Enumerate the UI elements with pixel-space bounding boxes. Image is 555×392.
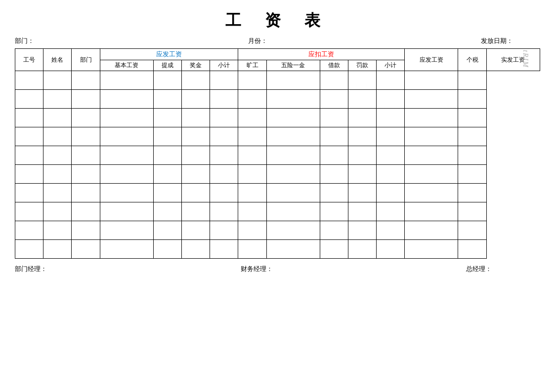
table-cell [377, 90, 405, 109]
table-cell [181, 90, 210, 109]
col-ticheng: 提成 [153, 60, 181, 71]
table-cell [181, 202, 210, 221]
table-cell [100, 221, 153, 240]
table-cell [320, 71, 348, 90]
table-cell [348, 109, 376, 127]
table-cell [458, 221, 486, 240]
col-shifa: 实发工资 [486, 49, 540, 71]
col-jiben: 基本工资 [100, 60, 153, 71]
table-row [15, 146, 540, 165]
table-cell [153, 221, 181, 240]
table-cell [458, 202, 486, 221]
general-manager-label: 总经理： [466, 265, 540, 274]
table-cell [72, 221, 100, 240]
table-cell [43, 146, 72, 165]
table-cell [348, 146, 376, 165]
table-cell [458, 71, 486, 90]
table-cell [72, 90, 100, 109]
col-fakuan: 罚款 [348, 60, 376, 71]
table-cell [15, 127, 43, 146]
table-cell [320, 165, 348, 184]
col-jiekuan: 借款 [320, 60, 348, 71]
table-cell [266, 109, 320, 127]
table-cell [181, 184, 210, 202]
table-cell [72, 109, 100, 127]
table-cell [181, 71, 210, 90]
table-cell [377, 127, 405, 146]
table-cell [405, 146, 458, 165]
table-cell [405, 109, 458, 127]
table-cell [348, 127, 376, 146]
col-name: 姓名 [43, 49, 72, 71]
table-cell [210, 109, 238, 127]
table-cell [405, 240, 458, 259]
salary-table: 工号 姓名 部门 应发工资 应扣工资 应发工资 个税 实发工资 基本工资 提成 … [15, 48, 540, 259]
table-cell [153, 202, 181, 221]
table-cell [181, 240, 210, 259]
page-title: 工 资 表 [15, 10, 540, 32]
meta-row: 部门： 月份： 发放日期： [15, 37, 540, 45]
table-cell [377, 71, 405, 90]
col-wuxian: 五险一金 [266, 60, 320, 71]
table-cell [100, 202, 153, 221]
table-cell [15, 146, 43, 165]
table-cell [405, 184, 458, 202]
table-cell [72, 184, 100, 202]
col-subtotal2: 小计 [377, 60, 405, 71]
table-cell [153, 90, 181, 109]
table-cell [210, 71, 238, 90]
col-yingfa-total: 应发工资 [405, 49, 458, 71]
table-cell [100, 165, 153, 184]
table-cell [72, 240, 100, 259]
header-row-1: 工号 姓名 部门 应发工资 应扣工资 应发工资 个税 实发工资 [15, 49, 540, 60]
table-cell [266, 202, 320, 221]
table-row [15, 90, 540, 109]
table-cell [405, 165, 458, 184]
table-cell [377, 221, 405, 240]
table-cell [377, 202, 405, 221]
table-cell [15, 202, 43, 221]
table-cell [43, 221, 72, 240]
table-cell [348, 90, 376, 109]
table-cell [348, 240, 376, 259]
table-cell [15, 165, 43, 184]
table-cell [266, 90, 320, 109]
table-cell [72, 165, 100, 184]
table-row [15, 127, 540, 146]
table-cell [43, 184, 72, 202]
table-cell [100, 240, 153, 259]
table-cell [210, 127, 238, 146]
table-cell [153, 146, 181, 165]
col-gongho: 工号 [15, 49, 43, 71]
table-cell [72, 202, 100, 221]
table-cell [238, 146, 266, 165]
table-cell [238, 165, 266, 184]
table-cell [210, 221, 238, 240]
table-cell [377, 184, 405, 202]
table-cell [266, 146, 320, 165]
table-cell [100, 90, 153, 109]
table-cell [405, 90, 458, 109]
table-cell [320, 127, 348, 146]
table-cell [377, 240, 405, 259]
col-jiangjin: 奖金 [181, 60, 210, 71]
table-cell [266, 71, 320, 90]
table-row [15, 221, 540, 240]
table-cell [238, 71, 266, 90]
dept-manager-label: 部门经理： [15, 265, 89, 274]
table-cell [348, 221, 376, 240]
table-cell [153, 71, 181, 90]
table-cell [43, 165, 72, 184]
table-cell [181, 109, 210, 127]
table-row [15, 165, 540, 184]
table-cell [100, 146, 153, 165]
table-cell [210, 202, 238, 221]
table-cell [181, 165, 210, 184]
table-cell [210, 90, 238, 109]
table-cell [210, 146, 238, 165]
table-cell [238, 109, 266, 127]
table-cell [238, 184, 266, 202]
table-cell [15, 71, 43, 90]
table-cell [348, 71, 376, 90]
table-row [15, 109, 540, 127]
